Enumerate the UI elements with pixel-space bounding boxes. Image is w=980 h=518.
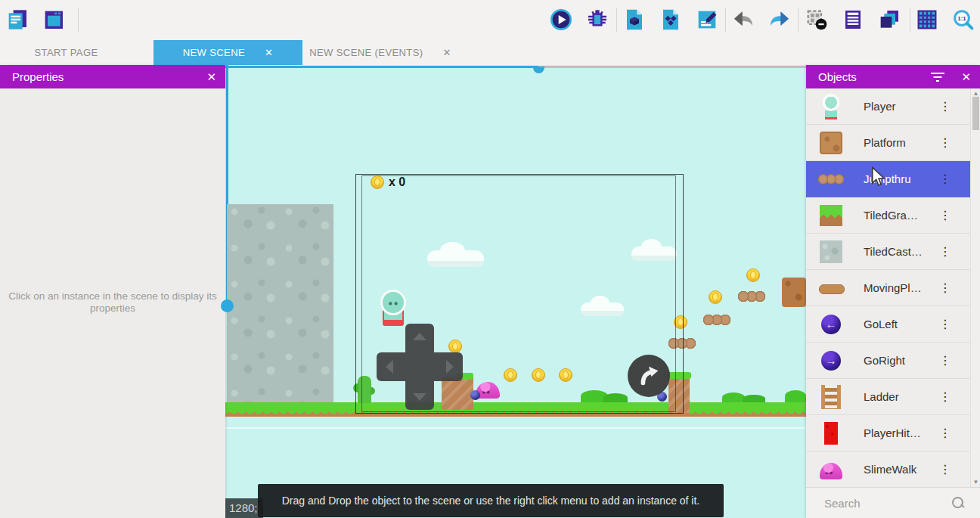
dpad-down-arrow-icon [413, 393, 426, 401]
more-options-icon[interactable]: ⋮ [939, 318, 951, 330]
grid-icon[interactable] [912, 5, 942, 35]
undo-arrow-icon[interactable] [728, 5, 758, 35]
scene-editor-canvas[interactable]: x 0 [225, 65, 806, 518]
dpad-control-sprite[interactable] [377, 324, 463, 410]
cloud-sprite[interactable] [581, 302, 624, 316]
jumpthru-sprite[interactable] [738, 290, 765, 302]
horizontal-scrollbar-track[interactable] [538, 66, 806, 68]
toolbar-separator [78, 8, 79, 32]
object-label: Platform [864, 136, 906, 149]
document-cube-icon[interactable] [619, 5, 650, 35]
more-options-icon[interactable]: ⋮ [939, 246, 951, 258]
coin-sprite[interactable] [709, 290, 722, 304]
moving-platform-sprite[interactable] [782, 278, 806, 307]
jump-button-sprite[interactable] [628, 355, 670, 397]
instances-list-icon[interactable] [838, 5, 868, 35]
filter-icon[interactable] [931, 73, 944, 82]
go-left-icon [818, 312, 844, 337]
search-icon[interactable] [951, 496, 965, 510]
object-row[interactable]: SlimeWalk ⋮ [806, 451, 980, 487]
bush-sprite[interactable] [743, 395, 765, 402]
object-row[interactable]: TiledCast… ⋮ [806, 234, 980, 270]
more-options-icon[interactable]: ⋮ [939, 173, 951, 185]
objects-panel: Objects ✕ Player ⋮ Platform ⋮ Jumpthru ⋮… [806, 65, 980, 518]
player-sprite[interactable] [378, 290, 408, 327]
start-page-window-icon[interactable] [39, 5, 69, 35]
more-options-icon[interactable]: ⋮ [939, 137, 951, 149]
layers-icon[interactable] [874, 5, 904, 35]
zoom-one-to-one-icon[interactable]: 1:1 [948, 5, 978, 35]
redo-arrow-icon[interactable] [764, 5, 795, 35]
coin-counter-label: x 0 [389, 175, 405, 189]
coin-sprite[interactable] [532, 368, 545, 382]
close-panel-icon[interactable]: ✕ [206, 70, 216, 84]
object-row[interactable]: GoLeft ⋮ [806, 306, 980, 343]
objects-scrollbar[interactable]: ▲ ▼ [970, 88, 980, 487]
object-row[interactable]: MovingPl… ⋮ [806, 270, 980, 306]
tab-new-scene[interactable]: NEW SCENE ✕ [154, 40, 302, 65]
close-panel-icon[interactable]: ✕ [961, 70, 971, 84]
bush-sprite[interactable] [603, 393, 628, 402]
object-label: MovingPl… [864, 281, 922, 294]
scroll-up-icon[interactable]: ▲ [971, 90, 980, 97]
bush-sprite[interactable] [722, 392, 745, 402]
more-options-icon[interactable]: ⋮ [939, 427, 951, 439]
dpad-left-arrow-icon [386, 360, 393, 374]
jumpthru-icon [818, 166, 844, 192]
jumpthru-sprite[interactable] [703, 314, 730, 326]
jumpthru-sprite[interactable] [668, 337, 696, 349]
object-label: Ladder [864, 390, 899, 403]
edit-scene-icon[interactable] [692, 5, 722, 35]
object-row[interactable]: TiledGra… ⋮ [806, 197, 980, 234]
play-icon[interactable] [546, 5, 576, 35]
close-tab-icon[interactable]: ✕ [442, 47, 451, 58]
moving-platform-icon [818, 275, 844, 301]
scroll-down-icon[interactable]: ▼ [971, 479, 980, 485]
objects-panel-title: Objects [818, 70, 857, 83]
more-options-icon[interactable]: ⋮ [939, 209, 951, 222]
cactus-sprite[interactable] [358, 376, 371, 403]
object-row[interactable]: Player ⋮ [806, 88, 980, 125]
coin-sprite[interactable] [746, 268, 760, 282]
more-options-icon[interactable]: ⋮ [939, 391, 951, 403]
tab-label: START PAGE [35, 47, 98, 58]
cloud-sprite[interactable] [427, 250, 484, 267]
vertical-scrollbar-thumb[interactable] [221, 299, 234, 312]
object-row[interactable]: PlayerHit… ⋮ [806, 415, 980, 451]
search-input[interactable] [824, 497, 938, 510]
cloud-sprite[interactable] [631, 247, 677, 261]
close-tab-icon[interactable]: ✕ [265, 47, 273, 58]
properties-empty-message: Click on an instance in the scene to dis… [7, 290, 219, 315]
object-label: Player [864, 100, 896, 113]
object-row[interactable]: Jumpthru ⋮ [806, 161, 980, 197]
coin-sprite[interactable] [559, 368, 572, 382]
scene-bottom-guide [225, 427, 806, 429]
object-row[interactable]: Ladder ⋮ [806, 379, 980, 415]
document-cubes-icon[interactable] [656, 5, 686, 35]
objects-scrollbar-thumb[interactable] [972, 97, 979, 130]
horizontal-scrollbar[interactable] [225, 66, 538, 68]
object-row[interactable]: GoRight ⋮ [806, 343, 980, 379]
deselect-instance-icon[interactable] [802, 5, 832, 35]
more-options-icon[interactable]: ⋮ [939, 355, 951, 367]
more-options-icon[interactable]: ⋮ [939, 282, 951, 294]
dirt-column-grass-cap [667, 372, 691, 379]
coin-sprite[interactable] [504, 368, 517, 382]
project-manager-icon[interactable] [2, 5, 33, 35]
more-options-icon[interactable]: ⋮ [939, 464, 951, 476]
tab-new-scene-events[interactable]: NEW SCENE (EVENTS) ✕ [302, 40, 458, 65]
more-options-icon[interactable]: ⋮ [939, 101, 951, 113]
ladder-icon [821, 385, 841, 409]
tab-start-page[interactable]: START PAGE [0, 40, 132, 65]
bush-sprite[interactable] [785, 390, 806, 402]
bomb-sprite[interactable] [470, 390, 480, 400]
dirt-column-sprite[interactable] [668, 378, 690, 413]
platform-icon [820, 132, 842, 154]
coin-sprite[interactable] [674, 315, 687, 329]
object-row[interactable]: Platform ⋮ [806, 125, 980, 161]
castle-tile-instance[interactable] [227, 204, 333, 413]
horizontal-scrollbar-thumb[interactable] [533, 67, 544, 73]
debug-bug-icon[interactable] [582, 5, 612, 35]
ground-grass[interactable] [225, 402, 806, 409]
player-icon [818, 94, 844, 119]
